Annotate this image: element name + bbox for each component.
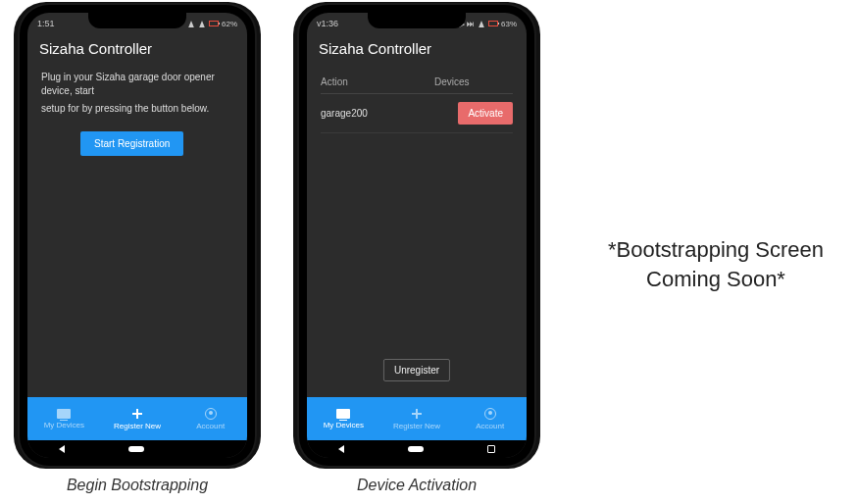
start-registration-button[interactable]: Start Registration <box>80 131 183 156</box>
plus-icon <box>411 408 423 420</box>
coming-soon-placeholder: *Bootstrapping Screen Coming Soon* <box>588 235 843 293</box>
device-name: garage200 <box>321 108 458 119</box>
nav-register-new[interactable]: Register New <box>101 397 175 440</box>
app-title: Sizaha Controller <box>307 32 527 61</box>
nav-my-devices[interactable]: My Devices <box>27 397 101 440</box>
nav-my-devices[interactable]: My Devices <box>307 397 380 440</box>
phone-notch <box>368 13 466 28</box>
coming-soon-line2: Coming Soon* <box>588 265 843 294</box>
back-icon[interactable] <box>59 445 65 453</box>
status-time: v1:36 <box>317 19 338 28</box>
status-icons: 62% <box>187 20 237 28</box>
status-time: 1:51 <box>37 19 55 28</box>
status-icons: ▶ ⏭ 63% <box>459 20 517 28</box>
nav-label: My Devices <box>44 421 84 429</box>
screen: 1:51 62% Sizaha Controller Plug in your … <box>27 13 247 458</box>
home-icon[interactable] <box>408 446 424 452</box>
nav-label: Register New <box>393 422 440 430</box>
plus-icon <box>131 408 143 420</box>
phone-mockup-activation: v1:36 ▶ ⏭ 63% Sizaha Controller Action D… <box>299 5 534 466</box>
unregister-button[interactable]: Unregister <box>383 359 450 381</box>
nav-label: Account <box>476 422 504 430</box>
signal-icon <box>479 21 484 27</box>
table-row: garage200 Activate <box>321 94 513 133</box>
instruction-text: Plug in your Sizaha garage door opener d… <box>41 71 233 98</box>
caption-activation: Device Activation <box>299 477 534 494</box>
column-action: Action <box>321 76 434 87</box>
nav-register-new[interactable]: Register New <box>380 397 454 440</box>
activate-button[interactable]: Activate <box>458 102 513 125</box>
signal-icon <box>188 21 194 27</box>
screen: v1:36 ▶ ⏭ 63% Sizaha Controller Action D… <box>307 13 527 458</box>
system-nav <box>307 440 527 458</box>
recent-icon[interactable] <box>487 445 495 453</box>
column-devices: Devices <box>434 76 513 87</box>
nav-label: Register New <box>114 422 161 430</box>
battery-percent: 62% <box>222 20 237 28</box>
battery-icon <box>488 21 498 26</box>
bottom-nav: My Devices Register New Account <box>27 397 247 440</box>
battery-icon <box>209 21 219 26</box>
nav-account[interactable]: Account <box>174 397 247 440</box>
phone-notch <box>88 13 186 28</box>
home-icon[interactable] <box>128 446 144 452</box>
nav-account[interactable]: Account <box>453 397 527 440</box>
caption-bootstrapping: Begin Bootstrapping <box>20 477 255 494</box>
app-title: Sizaha Controller <box>27 32 247 61</box>
system-nav <box>27 440 247 458</box>
back-icon[interactable] <box>338 445 344 453</box>
battery-percent: 63% <box>501 20 517 28</box>
devices-icon <box>57 409 71 419</box>
devices-icon <box>336 409 350 419</box>
instruction-text: setup for by pressing the button below. <box>41 102 233 116</box>
table-header: Action Devices <box>321 71 513 94</box>
bottom-nav: My Devices Register New Account <box>307 397 527 440</box>
account-icon <box>484 408 496 420</box>
nav-label: Account <box>196 422 225 430</box>
account-icon <box>205 408 217 420</box>
coming-soon-line1: *Bootstrapping Screen <box>588 235 843 265</box>
signal-icon <box>199 21 205 27</box>
nav-label: My Devices <box>324 421 364 429</box>
phone-mockup-bootstrapping: 1:51 62% Sizaha Controller Plug in your … <box>20 5 255 466</box>
